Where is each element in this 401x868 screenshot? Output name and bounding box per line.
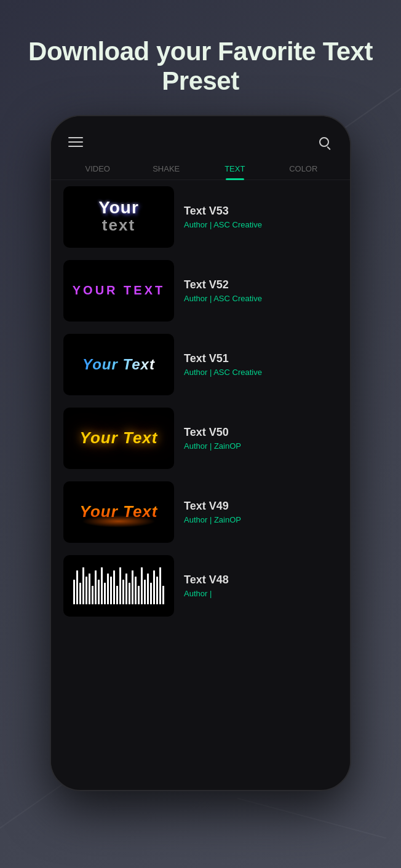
bar (150, 583, 152, 604)
preset-thumbnail-v49: Your Text (63, 481, 174, 543)
bar (79, 583, 81, 604)
bar (107, 574, 109, 604)
hamburger-line-1 (68, 137, 83, 138)
bar (98, 580, 100, 604)
bar (153, 570, 155, 604)
bar (147, 574, 149, 604)
preset-thumbnail-v50: Your Text (63, 408, 174, 469)
preset-info-v48: Text V48 Author | (184, 574, 338, 598)
list-item[interactable]: YOUR TEXT Text V52 Author | ASC Creative (51, 254, 350, 328)
preset-thumbnail-v52: YOUR TEXT (63, 260, 174, 322)
bar (85, 577, 87, 604)
bar (162, 586, 164, 604)
tab-bar: VIDEO SHAKE TEXT COLOR (51, 158, 350, 180)
preset-info-v51: Text V51 Author | ASC Creative (184, 352, 338, 377)
bar (76, 570, 78, 604)
author-prefix: Author | (184, 294, 213, 303)
hamburger-line-2 (68, 141, 83, 143)
preset-info-v49: Text V49 Author | ZainOP (184, 500, 338, 524)
bar (89, 574, 90, 604)
author-name: ZainOP (214, 515, 241, 524)
bar (122, 580, 124, 604)
thumbnail-content-v53: Your text (98, 199, 139, 234)
bar (156, 577, 158, 604)
thumbnail-text-v50: Your Text (80, 428, 158, 448)
preset-info-v52: Text V52 Author | ASC Creative (184, 278, 338, 303)
preset-author: Author | ASC Creative (184, 294, 338, 303)
preset-author: Author | (184, 589, 338, 598)
preset-name: Text V51 (184, 352, 338, 365)
tab-text[interactable]: TEXT (200, 158, 269, 180)
author-name: ASC Creative (213, 220, 262, 229)
preset-name: Text V49 (184, 500, 338, 513)
preset-thumbnail-v51: Your Text (63, 334, 174, 395)
bar (110, 577, 112, 604)
page-header: Download your Favorite Text Preset (0, 37, 401, 97)
preset-name: Text V50 (184, 426, 338, 439)
bar (82, 567, 84, 604)
preset-thumbnail-v48 (63, 555, 174, 617)
bar (101, 567, 103, 604)
bar (159, 567, 161, 604)
bar (132, 570, 133, 604)
thumbnail-glow-v49 (82, 515, 156, 527)
phone-topbar (51, 116, 350, 158)
preset-name: Text V53 (184, 205, 338, 218)
bar (138, 586, 140, 604)
thumbnail-text-v51: Your Text (82, 356, 155, 373)
thumbnail-barcode-v48 (73, 567, 164, 604)
list-item[interactable]: Text V48 Author | (51, 549, 350, 623)
author-prefix: Author | (184, 589, 212, 598)
tab-shake[interactable]: SHAKE (132, 158, 201, 180)
thumbnail-text-v52: YOUR TEXT (73, 283, 165, 298)
bar (129, 583, 130, 604)
author-prefix: Author | (184, 515, 214, 524)
bar (113, 570, 115, 604)
preset-thumbnail-v53: Your text (63, 186, 174, 248)
search-button[interactable] (316, 133, 333, 151)
phone-mockup: VIDEO SHAKE TEXT COLOR Your text Text V5… (50, 115, 351, 791)
bar (125, 574, 127, 604)
preset-name: Text V48 (184, 574, 338, 586)
bar (104, 583, 106, 604)
preset-info-v50: Text V50 Author | ZainOP (184, 426, 338, 451)
thumbnail-text-your: Your (98, 199, 139, 216)
preset-list: Your text Text V53 Author | ASC Creative… (51, 180, 350, 780)
preset-author: Author | ASC Creative (184, 220, 338, 229)
menu-button[interactable] (68, 137, 83, 147)
bar (141, 567, 143, 604)
thumbnail-wrapper-v49: Your Text (80, 502, 158, 521)
list-item[interactable]: Your Text Text V51 Author | ASC Creative (51, 328, 350, 401)
preset-author: Author | ZainOP (184, 441, 338, 451)
author-name: ASC Creative (213, 368, 262, 377)
list-item[interactable]: Your Text Text V50 Author | ZainOP (51, 401, 350, 475)
bar (144, 580, 146, 604)
preset-name: Text V52 (184, 278, 338, 291)
thumbnail-text-text: text (102, 216, 135, 234)
bar (116, 586, 118, 604)
author-prefix: Author | (184, 441, 214, 451)
bar (95, 570, 97, 604)
bar (92, 586, 93, 604)
preset-author: Author | ZainOP (184, 515, 338, 524)
bar (73, 580, 75, 604)
author-prefix: Author | (184, 368, 213, 377)
bar (135, 577, 137, 604)
preset-author: Author | ASC Creative (184, 368, 338, 377)
tab-video[interactable]: VIDEO (63, 158, 132, 180)
list-item[interactable]: Your text Text V53 Author | ASC Creative (51, 180, 350, 254)
tab-color[interactable]: COLOR (269, 158, 338, 180)
page-title: Download your Favorite Text Preset (25, 37, 376, 97)
preset-info-v53: Text V53 Author | ASC Creative (184, 205, 338, 229)
search-icon (319, 137, 329, 147)
hamburger-line-3 (68, 146, 83, 147)
bar (119, 567, 121, 604)
list-item[interactable]: Your Text Text V49 Author | ZainOP (51, 475, 350, 549)
author-name: ASC Creative (213, 294, 262, 303)
author-name: ZainOP (214, 441, 241, 451)
author-prefix: Author | (184, 220, 213, 229)
